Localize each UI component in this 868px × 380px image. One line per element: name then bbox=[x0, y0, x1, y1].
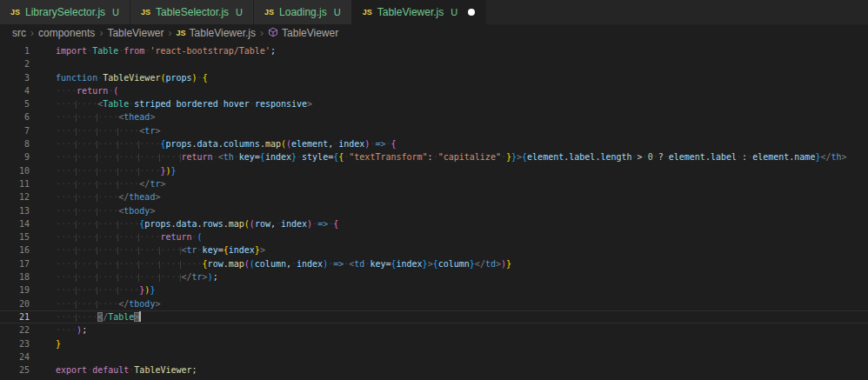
tab-label: Loading.js bbox=[279, 6, 327, 18]
code-text[interactable]: ················</tr> bbox=[30, 177, 165, 190]
breadcrumb-item-tableviewer-js[interactable]: JSTableViewer.js bbox=[177, 27, 257, 39]
code-text[interactable]: ············<thead> bbox=[30, 110, 155, 123]
code-text[interactable]: } bbox=[30, 337, 61, 350]
line-number[interactable]: 11 bbox=[0, 177, 30, 190]
indent-whitespace: ························ bbox=[56, 152, 182, 162]
code-line-7: 7················<tr> bbox=[0, 124, 868, 137]
indent-whitespace: ························ bbox=[56, 245, 182, 255]
code-text[interactable]: ························</tr>); bbox=[30, 270, 218, 283]
indent-whitespace: ···· bbox=[56, 86, 77, 96]
code-text[interactable]: ················})} bbox=[30, 283, 155, 297]
text-cursor bbox=[139, 311, 141, 322]
line-number[interactable]: 17 bbox=[0, 257, 30, 270]
line-number[interactable]: 25 bbox=[0, 363, 30, 377]
code-text[interactable]: ························<tr·key={index}> bbox=[30, 243, 265, 257]
code-text[interactable]: function·TableViewer(props)·{ bbox=[30, 71, 208, 84]
line-number[interactable]: 7 bbox=[0, 124, 30, 137]
breadcrumb-item-tableviewer[interactable]: TableViewer bbox=[107, 27, 164, 39]
code-text[interactable] bbox=[30, 57, 56, 70]
line-number[interactable]: 3 bbox=[0, 71, 30, 84]
line-number[interactable]: 19 bbox=[0, 283, 30, 297]
line-number[interactable]: 2 bbox=[0, 57, 30, 70]
code-line-15: 15····················return·( bbox=[0, 230, 868, 243]
code-text[interactable]: ········</Table> bbox=[30, 310, 141, 323]
code-line-18: 18························</tr>); bbox=[0, 270, 868, 283]
line-number[interactable]: 4 bbox=[0, 84, 30, 97]
line-number[interactable]: 1 bbox=[0, 44, 30, 57]
code-text[interactable]: ············</thead> bbox=[30, 190, 160, 203]
code-line-13: 13············<tbody> bbox=[0, 204, 868, 217]
line-number[interactable]: 24 bbox=[0, 350, 30, 363]
line-number[interactable]: 8 bbox=[0, 137, 30, 150]
tab-loading-js[interactable]: JSLoading.jsU bbox=[254, 0, 352, 24]
vscode-window: JSLibrarySelector.jsUJSTableSelector.jsU… bbox=[0, 0, 868, 380]
git-status-badge: U bbox=[334, 7, 341, 17]
code-line-20: 20············</tbody> bbox=[0, 297, 868, 310]
code-text[interactable]: ····················})} bbox=[30, 164, 177, 177]
line-number[interactable]: 9 bbox=[0, 150, 30, 163]
line-number[interactable]: 20 bbox=[0, 297, 30, 310]
line-number[interactable]: 21 bbox=[0, 310, 30, 323]
breadcrumb-item-src[interactable]: src bbox=[12, 27, 26, 39]
tab-tableviewer-js[interactable]: JSTableViewer.jsU bbox=[352, 0, 486, 24]
line-number[interactable]: 14 bbox=[0, 217, 30, 230]
line-number[interactable]: 22 bbox=[0, 323, 30, 337]
code-line-12: 12············</thead> bbox=[0, 190, 868, 203]
git-status-badge: U bbox=[451, 7, 457, 17]
code-text[interactable]: ····················{props.data.columns.… bbox=[30, 137, 397, 150]
code-text[interactable]: ········<Table·striped·bordered·hover·re… bbox=[30, 97, 312, 110]
indent-whitespace: ········ bbox=[56, 99, 97, 109]
line-number[interactable]: 23 bbox=[0, 337, 30, 350]
line-number[interactable]: 10 bbox=[0, 164, 30, 177]
indent-whitespace: ···················· bbox=[56, 232, 160, 242]
indent-whitespace: ················ bbox=[56, 219, 139, 229]
code-text[interactable]: ····return·( bbox=[30, 84, 118, 97]
chevron-right-icon: › bbox=[97, 27, 104, 39]
tab-tableselector-js[interactable]: JSTableSelector.jsU bbox=[130, 0, 254, 24]
tab-libraryselector-js[interactable]: JSLibrarySelector.jsU bbox=[0, 0, 130, 24]
code-text[interactable]: ····························{row.map((co… bbox=[30, 257, 511, 270]
indent-whitespace: ···· bbox=[56, 325, 77, 335]
code-line-8: 8····················{props.data.columns… bbox=[0, 137, 868, 150]
code-line-10: 10····················})} bbox=[0, 164, 868, 177]
code-text[interactable]: ················<tr> bbox=[30, 124, 160, 137]
breadcrumb-item-components[interactable]: components bbox=[38, 27, 95, 39]
tab-label: LibrarySelector.js bbox=[25, 6, 105, 18]
line-number[interactable]: 13 bbox=[0, 204, 30, 217]
unsaved-changes-icon[interactable] bbox=[468, 9, 475, 16]
line-number[interactable]: 6 bbox=[0, 110, 30, 123]
indent-whitespace: ············ bbox=[56, 192, 118, 202]
line-number[interactable]: 16 bbox=[0, 243, 30, 257]
code-text[interactable] bbox=[30, 350, 56, 363]
javascript-icon: JS bbox=[10, 8, 20, 17]
code-line-4: 4····return·( bbox=[0, 84, 868, 97]
code-line-22: 22····); bbox=[0, 323, 868, 337]
git-status-badge: U bbox=[112, 7, 119, 17]
tab-label: TableViewer.js bbox=[377, 6, 444, 18]
line-number[interactable]: 5 bbox=[0, 97, 30, 110]
line-number[interactable]: 18 bbox=[0, 270, 30, 283]
line-number[interactable]: 12 bbox=[0, 190, 30, 203]
code-text[interactable]: ····················return·( bbox=[30, 230, 203, 243]
code-text[interactable]: ············</tbody> bbox=[30, 297, 160, 310]
code-line-21: 21········</Table> bbox=[0, 310, 868, 323]
code-text[interactable]: ····); bbox=[30, 323, 87, 337]
code-text[interactable]: ············<tbody> bbox=[30, 204, 155, 217]
code-text[interactable]: import·Table·from·'react-bootstrap/Table… bbox=[30, 44, 276, 57]
symbol-function-icon bbox=[268, 27, 278, 40]
indent-whitespace: ················ bbox=[56, 285, 139, 295]
code-line-14: 14················{props.data.rows.map((… bbox=[0, 217, 868, 230]
tab-bar-empty-space bbox=[486, 0, 868, 24]
javascript-icon: JS bbox=[363, 8, 372, 17]
code-editor[interactable]: 1import·Table·from·'react-bootstrap/Tabl… bbox=[0, 42, 868, 380]
code-text[interactable]: ················{props.data.rows.map((ro… bbox=[30, 217, 338, 230]
code-line-17: 17····························{row.map((… bbox=[0, 257, 868, 270]
javascript-icon: JS bbox=[177, 29, 186, 37]
indent-whitespace: ···················· bbox=[56, 139, 160, 149]
breadcrumb-item-tableviewer[interactable]: TableViewer bbox=[268, 27, 338, 40]
code-text[interactable]: ························return·<th·key={… bbox=[30, 150, 847, 163]
code-text[interactable]: export·default·TableViewer; bbox=[30, 363, 197, 377]
line-number[interactable]: 15 bbox=[0, 230, 30, 243]
git-status-badge: U bbox=[236, 7, 243, 17]
indent-whitespace: ···················· bbox=[56, 166, 160, 176]
